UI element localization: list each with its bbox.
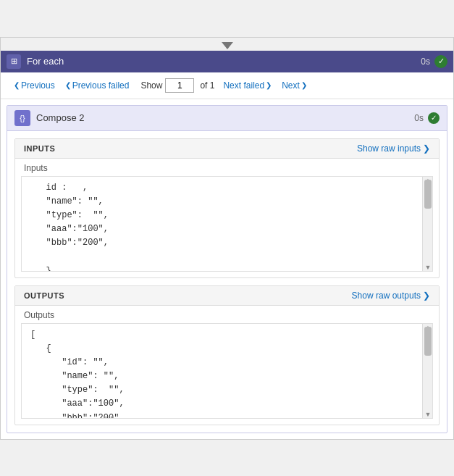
outputs-sub-title: Outputs <box>15 306 439 323</box>
compose-time: 0s <box>414 113 424 123</box>
foreach-check-symbol: ✓ <box>438 57 445 66</box>
show-raw-inputs-label: Show raw inputs <box>357 143 421 154</box>
of-total-label: of 1 <box>200 80 214 91</box>
show-raw-inputs-button[interactable]: Show raw inputs ❯ <box>357 143 430 154</box>
outputs-code-box: [ { "id": "", "name": "", "type": "", "a… <box>21 323 433 419</box>
show-label: Show <box>140 80 162 91</box>
next-failed-label: Next failed <box>223 80 264 91</box>
compose-icon-symbol: {} <box>20 114 25 122</box>
compose-section: {} Compose 2 0s ✓ INPUTS Show raw inputs… <box>7 105 447 433</box>
previous-failed-button[interactable]: ❮ Previous failed <box>61 79 133 92</box>
compose-check-symbol: ✓ <box>431 114 437 122</box>
show-raw-outputs-label: Show raw outputs <box>352 291 421 301</box>
compose-check-icon: ✓ <box>428 112 440 124</box>
outputs-panel-header: OUTPUTS Show raw outputs ❯ <box>15 286 439 306</box>
show-raw-inputs-chevron-icon: ❯ <box>423 143 430 154</box>
nav-bar: ❮ Previous ❮ Previous failed Show of 1 N… <box>1 72 453 99</box>
next-failed-chevron-icon: ❯ <box>266 81 272 89</box>
next-chevron-icon: ❯ <box>301 81 307 89</box>
prev-failed-chevron-icon: ❮ <box>65 81 71 89</box>
inputs-scrollbar[interactable]: ▲ ▼ <box>422 177 432 271</box>
foreach-header: ⊞ For each 0s ✓ <box>1 51 453 72</box>
foreach-title: For each <box>27 56 421 67</box>
outputs-header-title: OUTPUTS <box>24 291 64 300</box>
show-raw-outputs-chevron-icon: ❯ <box>423 291 430 301</box>
compose-header: {} Compose 2 0s ✓ <box>7 106 447 131</box>
inputs-header-title: INPUTS <box>24 144 55 153</box>
next-failed-button[interactable]: Next failed ❯ <box>220 79 276 92</box>
page-number-input[interactable] <box>165 78 194 93</box>
inputs-scrollbar-thumb[interactable] <box>424 180 432 209</box>
inputs-code-box: id : , "name": "", "type": "", "aaa":"10… <box>21 176 433 272</box>
foreach-time: 0s <box>421 57 430 67</box>
inputs-scroll-down-icon[interactable]: ▼ <box>423 264 433 271</box>
previous-label: Previous <box>21 80 55 91</box>
arrow-down-icon <box>222 42 233 49</box>
inputs-code-content: id : , "name": "", "type": "", "aaa":"10… <box>22 177 432 271</box>
foreach-check-icon: ✓ <box>434 55 447 68</box>
inputs-sub-title: Inputs <box>15 159 439 176</box>
foreach-icon-symbol: ⊞ <box>11 57 17 66</box>
inputs-panel: INPUTS Show raw inputs ❯ Inputs id : , "… <box>14 138 440 278</box>
previous-button[interactable]: ❮ Previous <box>9 79 58 92</box>
inputs-panel-header: INPUTS Show raw inputs ❯ <box>15 139 439 159</box>
show-raw-outputs-button[interactable]: Show raw outputs ❯ <box>352 291 430 301</box>
foreach-icon: ⊞ <box>7 54 21 69</box>
compose-title: Compose 2 <box>36 112 414 123</box>
outputs-scroll-down-icon[interactable]: ▼ <box>423 411 433 418</box>
next-button[interactable]: Next ❯ <box>279 79 311 92</box>
previous-chevron-icon: ❮ <box>14 81 20 89</box>
arrow-top <box>1 38 453 51</box>
previous-failed-label: Previous failed <box>72 80 130 91</box>
next-label: Next <box>282 80 300 91</box>
outputs-panel: OUTPUTS Show raw outputs ❯ Outputs [ { "… <box>14 285 440 425</box>
outputs-scrollbar-thumb[interactable] <box>424 327 432 356</box>
outputs-scrollbar[interactable]: ▲ ▼ <box>422 324 432 418</box>
main-container: ⊞ For each 0s ✓ ❮ Previous ❮ Previous fa… <box>0 37 454 440</box>
compose-icon: {} <box>14 110 30 126</box>
outputs-code-content: [ { "id": "", "name": "", "type": "", "a… <box>22 324 432 418</box>
